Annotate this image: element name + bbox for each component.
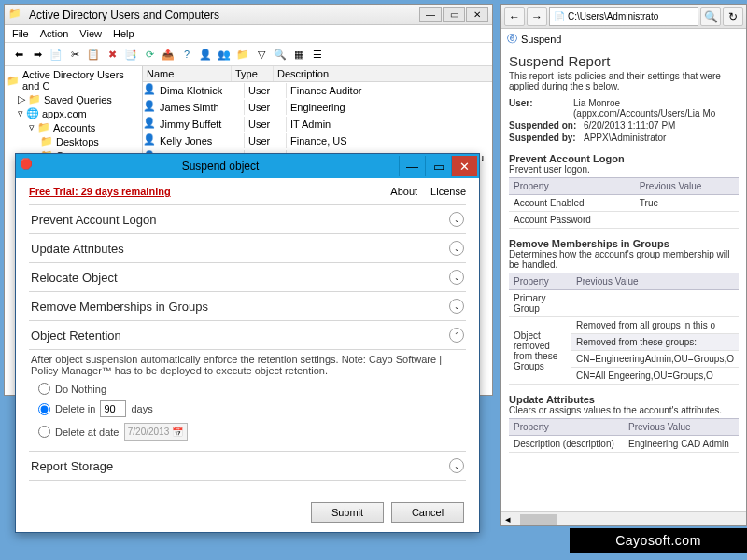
ie-search-button[interactable]: 🔍 — [700, 7, 721, 26]
th-prev: Previous Value — [624, 419, 739, 436]
radio-do-nothing[interactable] — [38, 383, 50, 395]
aduc-titlebar[interactable]: 📁 Active Directory Users and Computers —… — [5, 5, 492, 25]
dialog-titlebar[interactable]: 🛑 Suspend object — ▭ ✕ — [16, 154, 479, 178]
radio-label: Do Nothing — [55, 384, 106, 395]
tree-root-label: Active Directory Users and C — [22, 69, 140, 91]
ie-address-bar[interactable]: 📄C:\Users\Administrato — [549, 7, 698, 26]
col-desc[interactable]: Description — [274, 66, 492, 81]
meta-by-label: Suspended by: — [509, 133, 584, 143]
ie-scrollbar[interactable]: ◂ — [501, 511, 746, 525]
delete-at-date-picker[interactable]: 7/20/2013📅 — [124, 423, 188, 441]
back-icon[interactable]: ⬅ — [10, 46, 27, 63]
tree-root[interactable]: 📁Active Directory Users and C — [7, 68, 140, 92]
section-remove[interactable]: Remove Memberships in Groups⌄ — [29, 291, 466, 320]
scroll-thumb[interactable] — [520, 514, 557, 525]
expand-icon: ▷ — [18, 93, 25, 105]
dialog-minimize-button[interactable]: — — [399, 156, 425, 176]
about-link[interactable]: About — [390, 186, 417, 197]
menu-help[interactable]: Help — [113, 28, 134, 39]
meta-by-value: APPX\Administrator — [584, 133, 666, 143]
menu-view[interactable]: View — [79, 28, 102, 39]
dialog-close-button[interactable]: ✕ — [451, 156, 477, 176]
col-type[interactable]: Type — [232, 66, 274, 81]
tree-domain[interactable]: ▿🌐appx.com — [7, 106, 140, 120]
dialog-maximize-button[interactable]: ▭ — [425, 156, 451, 176]
section-sub: Clears or assigns values to the account'… — [509, 405, 739, 415]
tree-desktops[interactable]: 📁Desktops — [7, 134, 140, 148]
report-section-prevent: Prevent Account Logon Prevent user logon… — [509, 153, 739, 229]
user-icon: 👤 — [143, 133, 156, 148]
up-icon[interactable]: 📄 — [48, 46, 64, 63]
menu-file[interactable]: File — [12, 28, 29, 39]
ie-tab[interactable]: ⓔSuspend — [501, 29, 746, 49]
th-prev: Previous Value — [571, 273, 739, 290]
delete-icon[interactable]: ✖ — [104, 46, 120, 63]
retention-body: After object suspension automatically en… — [29, 349, 466, 451]
brand-bar: Cayosoft.com — [570, 528, 747, 553]
user-icon[interactable]: 👤 — [197, 46, 214, 63]
tool2-icon[interactable]: ☰ — [309, 46, 326, 63]
tree-accounts[interactable]: ▿📁Accounts — [7, 120, 140, 134]
tree-saved-queries[interactable]: ▷📁Saved Queries — [7, 92, 140, 106]
cell-type: User — [245, 83, 287, 98]
maximize-button[interactable]: ▭ — [443, 7, 465, 22]
section-storage[interactable]: Report Storage⌄ — [29, 451, 466, 481]
section-retention[interactable]: Object Retention⌃ — [29, 320, 466, 349]
retention-delete-in[interactable]: Delete indays — [31, 398, 464, 420]
aduc-icon: 📁 — [8, 7, 23, 22]
help-icon[interactable]: ? — [178, 46, 195, 63]
user-icon: 👤 — [143, 100, 156, 115]
forward-icon[interactable]: ➡ — [29, 46, 46, 63]
radio-delete-in[interactable] — [38, 403, 50, 415]
list-row[interactable]: 👤James SimthUserEngineering — [143, 99, 492, 116]
domain-icon: 🌐 — [26, 107, 39, 119]
aduc-toolbar: ⬅ ➡ 📄 ✂ 📋 ✖ 📑 ⟳ 📤 ? 👤 👥 📁 ▽ 🔍 ▦ ☰ — [5, 43, 492, 66]
delete-in-days-input[interactable] — [100, 400, 126, 417]
ie-navbar: ← → 📄C:\Users\Administrato 🔍 ↻ — [501, 5, 746, 29]
trial-link[interactable]: Free Trial: 29 days remaining — [29, 186, 171, 197]
cell-type: User — [245, 100, 287, 115]
chevron-down-icon: ⌄ — [449, 241, 464, 256]
retention-delete-at[interactable]: Delete at date7/20/2013📅 — [31, 420, 464, 443]
list-row[interactable]: 👤Dima KlotnickUserFinance Auditor — [143, 82, 492, 99]
cancel-button[interactable]: Cancel — [391, 502, 464, 523]
scroll-left-icon[interactable]: ◂ — [501, 513, 514, 525]
find-icon[interactable]: 🔍 — [272, 46, 289, 63]
license-link[interactable]: License — [430, 186, 466, 197]
minimize-button[interactable]: — — [419, 7, 442, 22]
col-name[interactable]: Name — [143, 66, 232, 81]
menu-action[interactable]: Action — [40, 28, 69, 39]
section-prevent[interactable]: Prevent Account Logon⌄ — [29, 204, 466, 233]
properties-icon[interactable]: 📑 — [122, 46, 139, 63]
ie-back-button[interactable]: ← — [504, 7, 525, 26]
copy-icon[interactable]: 📋 — [85, 46, 102, 63]
group-icon[interactable]: 👥 — [216, 46, 233, 63]
cell-name: Dima Klotnick — [156, 83, 245, 98]
td-val: CN=EngineeringAdmin,OU=Groups,O — [571, 351, 739, 368]
ou-icon[interactable]: 📁 — [234, 46, 251, 63]
section-update[interactable]: Update Attributes⌄ — [29, 233, 466, 262]
ie-refresh-button[interactable]: ↻ — [723, 7, 743, 26]
radio-delete-at[interactable] — [38, 426, 50, 438]
export-icon[interactable]: 📤 — [160, 46, 176, 63]
user-icon: 👤 — [143, 83, 156, 98]
radio-label: Delete at date — [55, 427, 120, 438]
td-prop: Description (description) — [509, 436, 624, 453]
list-row[interactable]: 👤Jimmy BuffettUserIT Admin — [143, 116, 492, 133]
list-row[interactable]: 👤Kelly JonesUserFinance, US — [143, 133, 492, 149]
tool1-icon[interactable]: ▦ — [290, 46, 307, 63]
section-relocate[interactable]: Relocate Object⌄ — [29, 262, 466, 291]
chevron-down-icon: ⌄ — [449, 458, 464, 473]
refresh-icon[interactable]: ⟳ — [141, 46, 158, 63]
retention-desc: After object suspension automatically en… — [31, 354, 464, 376]
retention-do-nothing[interactable]: Do Nothing — [31, 380, 464, 398]
ie-forward-button[interactable]: → — [527, 7, 547, 26]
list-header: Name Type Description — [143, 66, 492, 82]
close-button[interactable]: ✕ — [466, 7, 488, 22]
filter-icon[interactable]: ▽ — [253, 46, 270, 63]
section-label: Relocate Object — [31, 271, 118, 285]
meta-on-value: 6/20/2013 1:11:07 PM — [584, 120, 675, 131]
cut-icon[interactable]: ✂ — [66, 46, 83, 63]
submit-button[interactable]: Submit — [311, 502, 384, 523]
meta-user-value: Lia Monroe (appx.com/Accounts/Users/Lia … — [573, 98, 739, 119]
